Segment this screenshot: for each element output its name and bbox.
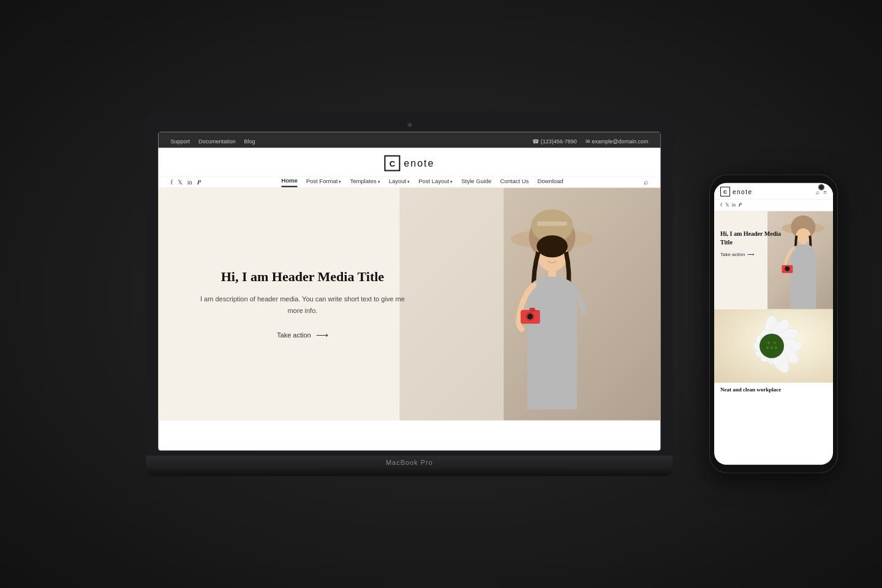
- hero-title: Hi, I am Header Media Title: [221, 269, 384, 285]
- laptop-bezel: Support Documentation Blog ☎ (123)456-78…: [146, 112, 673, 456]
- site-header: C enote: [158, 148, 660, 177]
- phone-cta-label: Take action: [720, 252, 745, 257]
- hero-cta-button[interactable]: Take action ⟶: [277, 330, 328, 339]
- social-facebook-icon[interactable]: f: [170, 179, 172, 186]
- svg-point-9: [527, 314, 533, 319]
- svg-point-24: [763, 337, 780, 355]
- svg-rect-3: [537, 222, 567, 226]
- topbar-docs[interactable]: Documentation: [198, 138, 236, 145]
- hero-photo-area: [399, 188, 660, 421]
- phone-pinterest-icon[interactable]: 𝑷: [739, 202, 742, 208]
- phone-flower-svg: [714, 309, 833, 383]
- topbar-support[interactable]: Support: [170, 138, 190, 145]
- nav-post-layout[interactable]: Post Layout: [418, 178, 453, 187]
- topbar-phone: ☎ (123)456-7890: [532, 138, 577, 145]
- topbar-right: ☎ (123)456-7890 ✉ example@domain.com: [526, 135, 648, 146]
- nav-home[interactable]: Home: [281, 177, 297, 187]
- nav-social-icons: f 𝕏 in 𝑷: [170, 178, 200, 186]
- phone-card-title: Neat and clean workplace: [714, 383, 833, 396]
- svg-point-26: [774, 342, 776, 344]
- phone-hero-cta[interactable]: Take action ⟶: [720, 252, 786, 257]
- nav-layout[interactable]: Layout: [389, 178, 410, 187]
- svg-point-25: [767, 342, 770, 344]
- laptop-camera: [407, 123, 412, 127]
- phone-screen: C enote ⌕ ≡ f 𝕏 in 𝑷: [714, 183, 833, 465]
- phone-social-icons: f 𝕏 in 𝑷: [720, 202, 742, 208]
- laptop-device: Support Documentation Blog ☎ (123)456-78…: [146, 112, 673, 477]
- svg-point-16: [785, 266, 790, 271]
- scene: Support Documentation Blog ☎ (123)456-78…: [0, 0, 882, 588]
- phone-twitter-icon[interactable]: 𝕏: [725, 202, 729, 208]
- phone-hero-photo-svg: [767, 211, 833, 309]
- phone-cta-arrow-icon: ⟶: [747, 252, 754, 257]
- phone-linkedin-icon[interactable]: in: [732, 202, 736, 208]
- topbar-blog[interactable]: Blog: [244, 138, 255, 145]
- phone-social-row: f 𝕏 in 𝑷: [714, 200, 833, 211]
- logo-box: C: [384, 156, 400, 172]
- social-linkedin-icon[interactable]: in: [187, 179, 192, 186]
- phone-camera-dot: [818, 184, 824, 190]
- phone-flower-image: [714, 309, 833, 383]
- nav-post-format[interactable]: Post Format: [306, 178, 342, 187]
- phone-hero-photo: [767, 211, 833, 309]
- phone-second-card: Neat and clean workplace: [714, 309, 833, 396]
- hero-cta-arrow-icon: ⟶: [316, 330, 328, 339]
- phone-device: C enote ⌕ ≡ f 𝕏 in 𝑷: [709, 175, 838, 473]
- laptop-screen: Support Documentation Blog ☎ (123)456-78…: [158, 132, 660, 451]
- social-pinterest-icon[interactable]: 𝑷: [197, 178, 201, 186]
- phone-hero-text: Hi, I am Header Media Title Take action …: [720, 230, 786, 257]
- phone-hero-title: Hi, I am Header Media Title: [720, 230, 786, 247]
- hero-description: I am description of header media. You ca…: [195, 293, 410, 316]
- phone-topbar: C enote ⌕ ≡: [714, 183, 833, 200]
- phone-menu-icon[interactable]: ≡: [823, 188, 827, 195]
- nav-contact[interactable]: Contact Us: [500, 178, 529, 187]
- svg-rect-10: [530, 307, 535, 311]
- svg-point-28: [766, 347, 769, 349]
- laptop-brand-label: MacBook Pro: [386, 459, 433, 466]
- site-hero: Hi, I am Header Media Title I am descrip…: [158, 188, 660, 421]
- phone-shell: C enote ⌕ ≡ f 𝕏 in 𝑷: [709, 175, 838, 473]
- svg-point-29: [775, 347, 777, 349]
- site-topbar: Support Documentation Blog ☎ (123)456-78…: [158, 132, 660, 148]
- topbar-left: Support Documentation Blog: [170, 135, 261, 146]
- search-icon[interactable]: ⌕: [644, 178, 648, 187]
- hero-cta-label: Take action: [277, 331, 311, 338]
- social-twitter-icon[interactable]: 𝕏: [178, 179, 183, 186]
- laptop-foot: [146, 469, 673, 477]
- phone-logo-box: C: [720, 187, 730, 197]
- phone-logo[interactable]: C enote: [720, 187, 753, 197]
- site-nav: f 𝕏 in 𝑷 Home Post Format Templates Layo…: [158, 177, 660, 188]
- hero-content: Hi, I am Header Media Title I am descrip…: [158, 188, 434, 421]
- topbar-email: ✉ example@domain.com: [586, 138, 649, 145]
- nav-templates[interactable]: Templates: [350, 178, 380, 187]
- logo-name: enote: [404, 158, 434, 169]
- phone-logo-name: enote: [733, 188, 753, 195]
- site-logo[interactable]: C enote: [384, 156, 434, 172]
- nav-links: Home Post Format Templates Layout Post L…: [281, 177, 563, 187]
- svg-point-13: [796, 228, 811, 243]
- hero-photo-bg: [399, 188, 660, 421]
- phone-facebook-icon[interactable]: f: [720, 202, 722, 208]
- phone-hero-card: Hi, I am Header Media Title Take action …: [714, 211, 833, 309]
- svg-point-5: [537, 235, 568, 257]
- nav-download[interactable]: Download: [537, 178, 563, 187]
- svg-point-27: [771, 347, 773, 349]
- laptop-base: MacBook Pro: [146, 456, 673, 469]
- nav-style-guide[interactable]: Style Guide: [461, 178, 491, 187]
